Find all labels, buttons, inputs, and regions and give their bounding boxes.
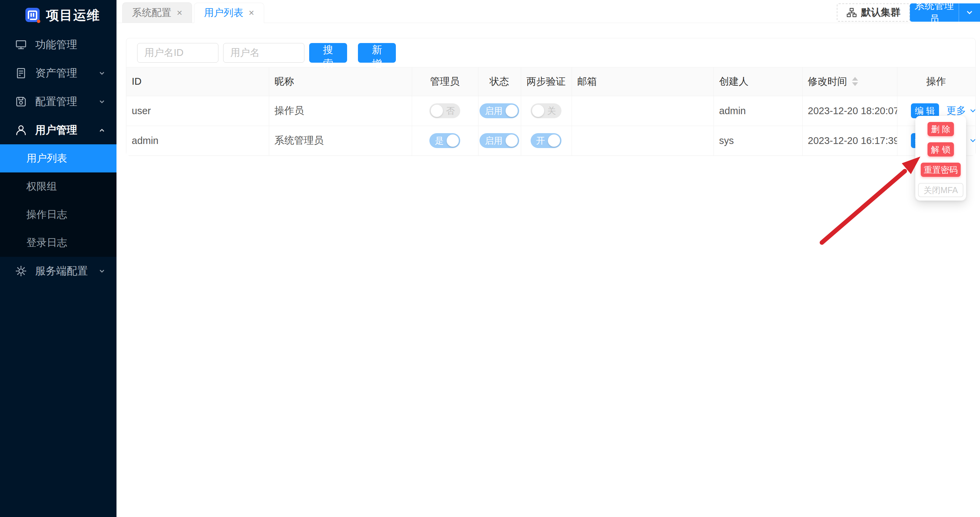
col-header-email: 邮箱 [572,67,713,96]
table-row-user: user 操作员 否 启用 [126,96,975,126]
tab-system-config[interactable]: 系统配置 × [122,2,192,23]
cell-id: admin [126,126,269,155]
cluster-selector[interactable]: 默认集群 [837,3,910,22]
cell-email [572,126,713,155]
chevron-down-icon [97,97,106,106]
user-table: ID 昵称 管理员 状态 两步验证 邮箱 创建人 修改时间 [126,67,975,155]
close-mfa-button: 关闭MFA [918,183,963,197]
unlock-button[interactable]: 解 锁 [928,142,954,156]
app-logo-icon [25,8,41,23]
more-actions-dropdown: 删 除 解 锁 重置密码 关闭MFA [915,116,966,201]
cell-nickname: 系统管理员 [269,126,412,155]
tab-user-list[interactable]: 用户列表 × [194,3,264,23]
table-row-admin: admin 系统管理员 是 启用 [126,126,975,155]
sidebar-item-config-mgmt[interactable]: 配置管理 [0,88,116,116]
col-header-mfa: 两步验证 [521,67,572,96]
sidebar-item-operation-logs[interactable]: 操作日志 [0,201,116,229]
status-switch[interactable]: 启用 [479,133,519,148]
col-header-nickname: 昵称 [269,67,412,96]
app-logo: 项目运维 [0,0,116,30]
app-title: 项目运维 [46,7,100,24]
sidebar-item-permission-groups[interactable]: 权限组 [0,172,116,201]
col-header-modified[interactable]: 修改时间 [802,67,897,96]
current-user-name: 系统管理员 [910,0,959,26]
chevron-down-icon [97,266,106,275]
close-icon[interactable]: × [248,8,254,18]
switch-knob [532,105,544,117]
chevron-down-icon [969,107,975,115]
cell-id: user [126,96,269,126]
sidebar-item-function-mgmt[interactable]: 功能管理 [0,30,116,59]
current-user-button[interactable]: 系统管理员 [910,3,980,22]
col-header-actions: 操作 [897,67,975,96]
filter-bar: 搜 索 新 增 [126,38,975,67]
app-window: 项目运维 功能管理 资产管理 配置管理 [0,0,980,517]
sidebar-item-asset-mgmt[interactable]: 资产管理 [0,59,116,88]
cell-modified: 2023-12-20 18:20:07 [802,96,897,126]
cluster-icon [846,7,857,18]
user-list-panel: 搜 索 新 增 ID 昵称 管理员 状态 两步验证 邮箱 创建人 [126,38,975,156]
switch-knob [447,134,459,147]
chevron-down-icon [97,69,106,78]
chevron-down-icon [969,137,975,145]
sort-icon[interactable] [852,77,858,86]
chevron-up-icon [97,126,106,134]
table-header-row: ID 昵称 管理员 状态 两步验证 邮箱 创建人 修改时间 [126,67,975,96]
cluster-name: 默认集群 [861,6,900,19]
user-id-input[interactable] [137,43,218,63]
sidebar-item-user-mgmt[interactable]: 用户管理 [0,116,116,144]
cell-creator: sys [713,126,802,155]
sidebar-item-server-config[interactable]: 服务端配置 [0,257,116,285]
delete-button[interactable]: 删 除 [928,122,954,136]
cell-nickname: 操作员 [269,96,412,126]
switch-knob [506,134,518,147]
close-icon[interactable]: × [177,8,182,18]
sidebar-item-user-list[interactable]: 用户列表 [0,144,116,172]
col-header-admin: 管理员 [412,67,478,96]
sort-desc-icon[interactable] [852,82,858,86]
cell-email [572,96,713,126]
status-switch[interactable]: 启用 [479,103,519,118]
col-header-creator: 创建人 [713,67,802,96]
mfa-switch[interactable]: 关 [531,103,562,118]
admin-switch[interactable]: 是 [430,133,460,148]
sidebar-item-login-logs[interactable]: 登录日志 [0,229,116,257]
user-icon [15,124,27,136]
user-mgmt-submenu: 用户列表 权限组 操作日志 登录日志 [0,144,116,257]
username-input[interactable] [223,43,304,63]
more-dropdown-trigger[interactable]: 更多 [947,104,975,118]
asset-icon [15,67,27,79]
switch-knob [506,105,518,117]
sidebar-menu: 功能管理 资产管理 配置管理 [0,30,116,285]
sort-asc-icon[interactable] [852,77,858,81]
col-header-status: 状态 [478,67,521,96]
gear-icon [15,265,27,277]
search-button[interactable]: 搜 索 [309,43,347,63]
topbar-right: 默认集群 系统管理员 [837,3,980,22]
sidebar: 项目运维 功能管理 资产管理 配置管理 [0,0,116,517]
chevron-down-icon[interactable] [959,8,980,17]
switch-knob [548,134,560,147]
cell-creator: admin [713,96,802,126]
add-button[interactable]: 新 增 [358,43,396,63]
mfa-switch[interactable]: 开 [531,133,562,148]
reset-password-button[interactable]: 重置密码 [921,163,961,177]
cell-modified: 2023-12-20 16:17:39 [802,126,897,155]
monitor-icon [15,38,27,51]
col-header-id: ID [126,67,269,96]
save-icon [15,96,27,108]
admin-switch[interactable]: 否 [430,103,460,118]
switch-knob [431,105,443,117]
